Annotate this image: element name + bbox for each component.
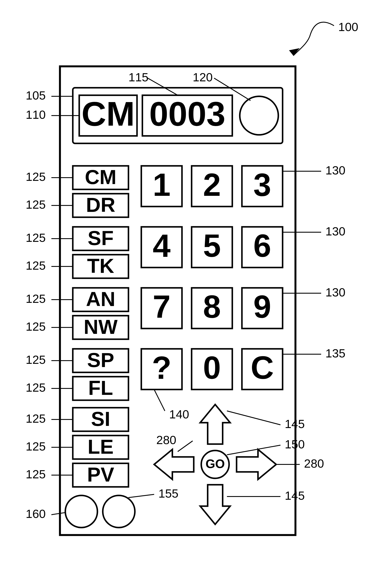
callout-125: 125 [26,170,46,183]
arrow-up-icon[interactable] [200,404,230,444]
aux-button-left[interactable] [65,495,97,527]
callout-125: 125 [26,198,46,211]
callout-130: 130 [325,164,345,177]
arrow-left-icon[interactable] [154,449,194,480]
callout-125: 125 [26,259,46,272]
callout-110: 110 [26,108,46,121]
key-9-label: 9 [253,289,271,325]
callout-130: 130 [325,224,345,238]
svg-line-27 [51,513,65,515]
callout-155: 155 [158,487,178,500]
mode-buttons: CM DR SF TK AN NW SP FL SI LE PV [73,166,129,487]
callout-125: 125 [26,231,46,244]
key-help-label: ? [152,350,171,386]
display-value-text: 0003 [149,94,226,133]
key-4-label: 4 [153,228,170,264]
key-6-label: 6 [253,228,271,264]
svg-line-26 [129,494,154,498]
mode-btn-tk-label: TK [87,255,114,277]
aux-button-right[interactable] [103,495,135,527]
key-8-label: 8 [203,289,221,325]
mode-btn-pv-label: PV [87,463,114,486]
svg-line-1 [148,78,178,95]
svg-line-20 [154,389,165,411]
mode-btn-le-label: LE [88,435,113,458]
callout-145: 145 [285,489,305,502]
callout-145: 145 [285,417,305,431]
svg-line-21 [227,411,280,425]
key-3-label: 3 [253,167,271,203]
mode-btn-fl-label: FL [88,376,113,399]
arrow-down-icon[interactable] [200,485,230,524]
key-7-label: 7 [153,289,170,325]
callout-100: 100 [338,20,358,34]
mode-btn-sp-label: SP [87,349,114,371]
callout-125: 125 [26,320,46,333]
indicator-circle[interactable] [240,96,278,135]
callout-125: 125 [26,381,46,394]
key-2-label: 2 [203,167,221,203]
callout-160: 160 [26,507,46,520]
callout-280: 280 [156,433,176,447]
callout-135: 135 [325,347,345,360]
key-0-label: 0 [203,350,221,386]
callout-125: 125 [26,353,46,366]
go-button-label: GO [205,457,225,471]
callout-140: 140 [169,408,189,421]
mode-btn-dr-label: DR [86,193,115,216]
callout-130: 130 [325,285,345,299]
svg-line-24 [178,441,193,452]
key-1-label: 1 [153,167,170,203]
callout-150: 150 [285,437,305,451]
diagram-root: 100 CM 0003 CM DR SF TK AN NW SP FL SI L… [0,0,392,562]
mode-btn-si-label: SI [91,408,110,430]
callout-115: 115 [129,70,148,84]
key-clear-label: C [251,350,274,386]
mode-btn-nw-label: NW [84,316,118,338]
mode-btn-sf-label: SF [88,227,113,249]
callout-125: 125 [26,468,46,481]
callout-125: 125 [26,292,46,305]
arrow-right-icon[interactable] [237,449,276,480]
key-5-label: 5 [203,228,221,264]
callout-105: 105 [26,89,46,102]
svg-line-22 [227,445,280,455]
dpad: GO [154,404,276,524]
callouts-125: 125 125 125 125 125 125 125 125 125 125 … [26,170,73,481]
mode-btn-cm-label: CM [85,166,117,188]
callout-100-arrow [289,22,334,56]
keypad: 1 2 3 4 5 6 7 8 9 ? 0 C [141,166,283,389]
display-mode-text: CM [82,94,135,133]
callout-125: 125 [26,440,46,453]
callout-280: 280 [304,457,324,470]
mode-btn-an-label: AN [86,288,115,310]
callout-125: 125 [26,412,46,425]
callout-120: 120 [193,70,213,84]
